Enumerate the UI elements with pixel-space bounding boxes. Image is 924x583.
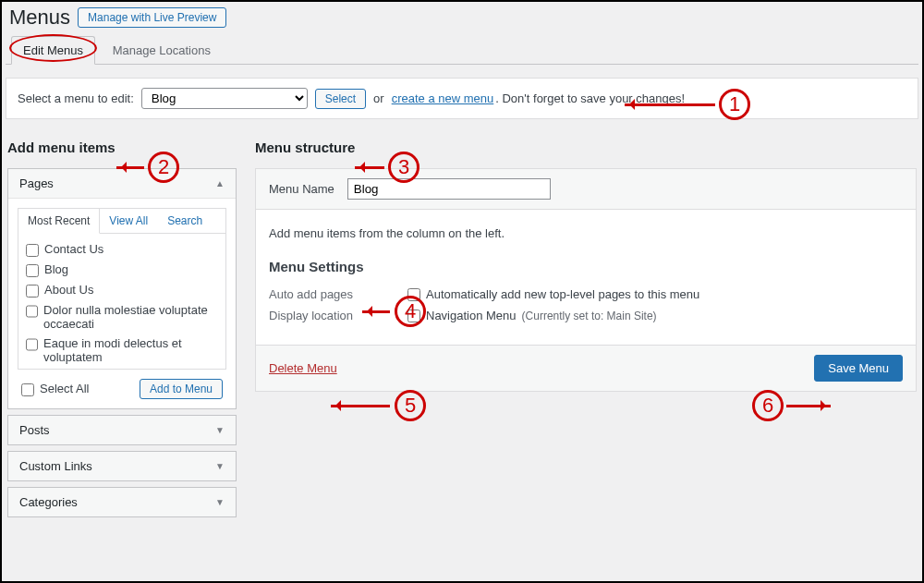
- create-new-menu-link[interactable]: create a new menu: [392, 91, 494, 105]
- chevron-down-icon: ▼: [215, 497, 225, 507]
- menu-settings-heading: Menu Settings: [269, 259, 903, 274]
- tabs: Edit Menus Manage Locations: [6, 35, 918, 65]
- subtab-most-recent[interactable]: Most Recent: [18, 209, 100, 234]
- subtab-search[interactable]: Search: [158, 209, 213, 233]
- select-menu-label: Select a menu to edit:: [18, 91, 134, 105]
- page-checkbox[interactable]: [26, 264, 39, 277]
- add-menu-items-heading: Add menu items: [7, 140, 237, 155]
- chevron-up-icon: ▲: [215, 178, 225, 188]
- metabox-pages: Pages ▲ Most Recent View All Search Cont…: [7, 168, 237, 409]
- metabox-categories-title: Categories: [19, 495, 78, 509]
- chevron-down-icon: ▼: [215, 461, 225, 471]
- auto-add-option[interactable]: Automatically add new top-level pages to…: [407, 287, 699, 301]
- metabox-posts: Posts ▼: [7, 415, 237, 445]
- metabox-custom-links-header[interactable]: Custom Links ▼: [8, 452, 236, 480]
- add-to-menu-button[interactable]: Add to Menu: [140, 379, 223, 399]
- select-all[interactable]: Select All: [21, 379, 89, 399]
- page-checkbox[interactable]: [26, 244, 39, 257]
- menu-structure-panel: Menu Name Add menu items from the column…: [255, 168, 917, 392]
- list-item[interactable]: Dolor nulla molestiae voluptate occaecat…: [26, 300, 218, 334]
- display-location-label: Display location: [269, 309, 389, 322]
- menu-name-input[interactable]: [347, 178, 551, 200]
- list-item[interactable]: Contact Us: [26, 239, 218, 260]
- delete-menu-link[interactable]: Delete Menu: [269, 361, 337, 375]
- metabox-posts-header[interactable]: Posts ▼: [8, 416, 236, 444]
- or-text: or: [373, 91, 384, 105]
- list-item[interactable]: Eaque in modi delectus et voluptatem: [26, 334, 218, 367]
- select-button[interactable]: Select: [315, 89, 366, 109]
- save-changes-note: . Don't forget to save your changes!: [495, 91, 685, 105]
- display-location-checkbox[interactable]: [407, 310, 420, 322]
- page-checkbox[interactable]: [26, 305, 38, 318]
- tab-edit-menus[interactable]: Edit Menus: [11, 36, 95, 65]
- display-location-option[interactable]: Navigation Menu (Currently set to: Main …: [407, 309, 657, 322]
- metabox-categories-header[interactable]: Categories ▼: [8, 488, 236, 516]
- menu-instruction: Add menu items from the column on the le…: [269, 226, 903, 240]
- metabox-posts-title: Posts: [19, 423, 50, 437]
- page-checkbox[interactable]: [26, 285, 39, 298]
- menu-structure-heading: Menu structure: [255, 140, 917, 155]
- live-preview-button[interactable]: Manage with Live Preview: [78, 7, 226, 28]
- menu-select[interactable]: Blog: [141, 88, 308, 109]
- list-item[interactable]: Blog: [26, 260, 218, 280]
- metabox-custom-links-title: Custom Links: [19, 459, 92, 473]
- metabox-pages-header[interactable]: Pages ▲: [8, 169, 236, 199]
- chevron-down-icon: ▼: [215, 425, 225, 435]
- metabox-categories: Categories ▼: [7, 487, 237, 517]
- page-list[interactable]: Contact Us Blog About Us Dolor nulla mol…: [18, 233, 226, 370]
- menu-name-label: Menu Name: [269, 182, 334, 196]
- subtab-view-all[interactable]: View All: [100, 209, 158, 233]
- list-item[interactable]: About Us: [26, 280, 218, 300]
- save-menu-button[interactable]: Save Menu: [814, 355, 903, 382]
- display-note: (Currently set to: Main Site): [522, 310, 657, 322]
- select-menu-bar: Select a menu to edit: Blog Select or cr…: [6, 78, 918, 119]
- page-checkbox[interactable]: [26, 338, 38, 351]
- select-all-checkbox[interactable]: [21, 383, 34, 396]
- tab-manage-locations[interactable]: Manage Locations: [101, 36, 223, 64]
- page-title: Menus: [9, 6, 70, 30]
- metabox-pages-title: Pages: [19, 176, 54, 190]
- auto-add-checkbox[interactable]: [407, 288, 420, 301]
- metabox-custom-links: Custom Links ▼: [7, 451, 237, 481]
- auto-add-label: Auto add pages: [269, 287, 389, 301]
